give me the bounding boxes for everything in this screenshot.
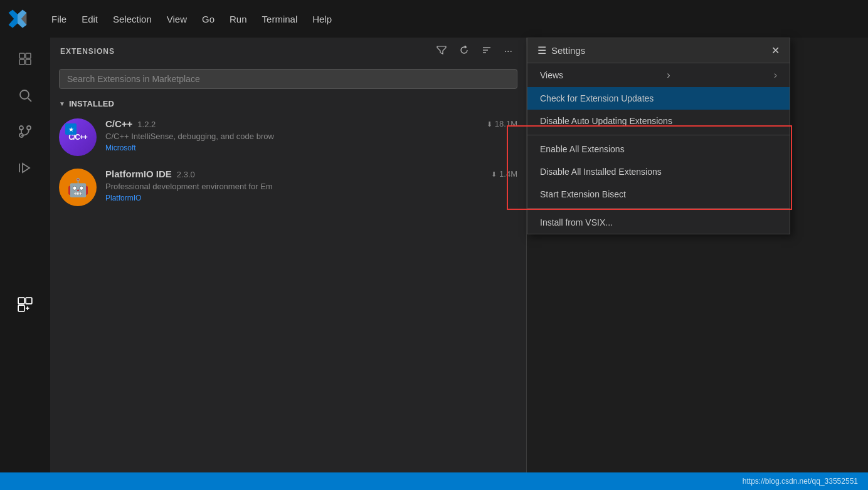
extension-item-cpp[interactable]: ★ C/C++ C/C++ 1.2.2 ⬇ 18.1M C/C++ Intell… bbox=[50, 112, 526, 162]
menu-view[interactable]: View bbox=[161, 10, 193, 28]
menu-go[interactable]: Go bbox=[196, 10, 221, 28]
platformio-extension-icon: 🤖 bbox=[59, 169, 97, 206]
platformio-extension-info: PlatformIO IDE 2.3.0 ⬇ 1.4M Professional… bbox=[105, 169, 517, 202]
installed-section-title: INSTALLED bbox=[69, 99, 114, 108]
settings-dropdown-menu: Views › Check for Extension Updates Disa… bbox=[527, 63, 790, 234]
cpp-extension-icon: C/C++ bbox=[59, 118, 97, 156]
titlebar: File Edit Selection View Go Run Terminal… bbox=[0, 0, 868, 38]
activity-source-control-icon[interactable] bbox=[10, 117, 40, 147]
cpp-ext-publisher: Microsoft bbox=[105, 143, 517, 152]
settings-bar: ☰ Settings ✕ bbox=[527, 38, 790, 63]
dropdown-item-enable-all[interactable]: Enable All Extensions bbox=[527, 138, 790, 160]
svg-rect-1 bbox=[19, 60, 24, 65]
svg-marker-10 bbox=[23, 164, 29, 172]
platformio-download-count: ⬇ 1.4M bbox=[491, 169, 517, 179]
cpp-ext-desc: C/C++ IntelliSense, debugging, and code … bbox=[105, 132, 517, 141]
titlebar-menu: File Edit Selection View Go Run Terminal… bbox=[45, 10, 338, 28]
status-url: https://blog.csdn.net/qq_33552551 bbox=[743, 477, 858, 486]
platformio-download-icon: ⬇ bbox=[491, 170, 497, 178]
svg-point-7 bbox=[27, 126, 31, 130]
menu-edit[interactable]: Edit bbox=[75, 10, 104, 28]
menu-file[interactable]: File bbox=[45, 10, 73, 28]
download-icon: ⬇ bbox=[487, 120, 492, 128]
menu-selection[interactable]: Selection bbox=[107, 10, 158, 28]
activity-search-icon[interactable] bbox=[10, 80, 40, 110]
extensions-panel-title: EXTENSIONS bbox=[60, 47, 115, 56]
svg-rect-12 bbox=[18, 305, 24, 311]
dropdown-separator-2 bbox=[527, 208, 790, 209]
vscode-logo-icon bbox=[8, 9, 28, 29]
panel-header: EXTENSIONS bbox=[50, 38, 526, 65]
svg-rect-3 bbox=[26, 60, 31, 65]
activity-bar bbox=[0, 38, 50, 490]
svg-rect-2 bbox=[26, 53, 31, 58]
platformio-ext-publisher: PlatformIO bbox=[105, 194, 517, 202]
cpp-ext-name: C/C++ bbox=[105, 118, 132, 129]
dropdown-item-disable-all[interactable]: Disable All Installed Extensions bbox=[527, 160, 790, 183]
cpp-ext-version: 1.2.2 bbox=[137, 120, 156, 129]
installed-chevron-icon: ▼ bbox=[59, 100, 65, 107]
svg-rect-13 bbox=[26, 298, 32, 304]
activity-extensions-icon[interactable] bbox=[10, 289, 40, 320]
dropdown-separator-1 bbox=[527, 135, 790, 135]
svg-line-5 bbox=[28, 98, 32, 102]
cpp-download-count: ⬇ 18.1M bbox=[487, 119, 517, 128]
more-actions-icon[interactable]: ··· bbox=[500, 43, 516, 60]
svg-point-8 bbox=[19, 126, 23, 130]
dropdown-item-check-updates[interactable]: Check for Extension Updates bbox=[527, 87, 790, 110]
menu-help[interactable]: Help bbox=[306, 10, 338, 28]
status-bar: https://blog.csdn.net/qq_33552551 bbox=[0, 472, 868, 490]
menu-run[interactable]: Run bbox=[223, 10, 253, 28]
dropdown-item-disable-auto[interactable]: Disable Auto Updating Extensions bbox=[527, 110, 790, 132]
platformio-ext-desc: Professional development environment for… bbox=[105, 182, 517, 191]
sort-icon[interactable] bbox=[478, 43, 495, 60]
refresh-icon[interactable] bbox=[455, 43, 473, 60]
extensions-search-input[interactable]: Search Extensions in Marketplace bbox=[59, 69, 517, 89]
views-arrow-icon: › bbox=[667, 70, 670, 81]
panel-actions: ··· bbox=[433, 43, 516, 60]
svg-point-4 bbox=[20, 90, 29, 99]
extensions-panel: EXTENSIONS bbox=[50, 38, 527, 490]
platformio-ext-name: PlatformIO IDE bbox=[105, 169, 172, 179]
activity-run-icon[interactable] bbox=[10, 153, 40, 183]
dropdown-item-views[interactable]: Views › bbox=[527, 63, 790, 87]
cpp-extension-info: C/C++ 1.2.2 ⬇ 18.1M C/C++ IntelliSense, … bbox=[105, 118, 517, 152]
settings-close-button[interactable]: ✕ bbox=[771, 44, 780, 56]
settings-title-label: Settings bbox=[551, 45, 585, 56]
dropdown-item-bisect[interactable]: Start Extension Bisect bbox=[527, 183, 790, 206]
cpp-badge-icon: ★ bbox=[65, 123, 77, 135]
svg-rect-14 bbox=[18, 298, 24, 304]
dropdown-item-install-vsix[interactable]: Install from VSIX... bbox=[527, 211, 790, 234]
activity-explorer-icon[interactable] bbox=[10, 44, 40, 74]
platformio-ext-version: 2.3.0 bbox=[177, 170, 195, 179]
svg-rect-0 bbox=[19, 53, 24, 58]
settings-icon: ☰ bbox=[537, 44, 546, 56]
menu-terminal[interactable]: Terminal bbox=[256, 10, 304, 28]
extension-item-platformio[interactable]: 🤖 PlatformIO IDE 2.3.0 ⬇ 1.4M Profession… bbox=[50, 162, 526, 212]
settings-dropdown: ☰ Settings ✕ Views › Check for Extension… bbox=[527, 38, 790, 234]
filter-icon[interactable] bbox=[433, 43, 450, 60]
installed-section-header[interactable]: ▼ INSTALLED bbox=[50, 95, 526, 112]
